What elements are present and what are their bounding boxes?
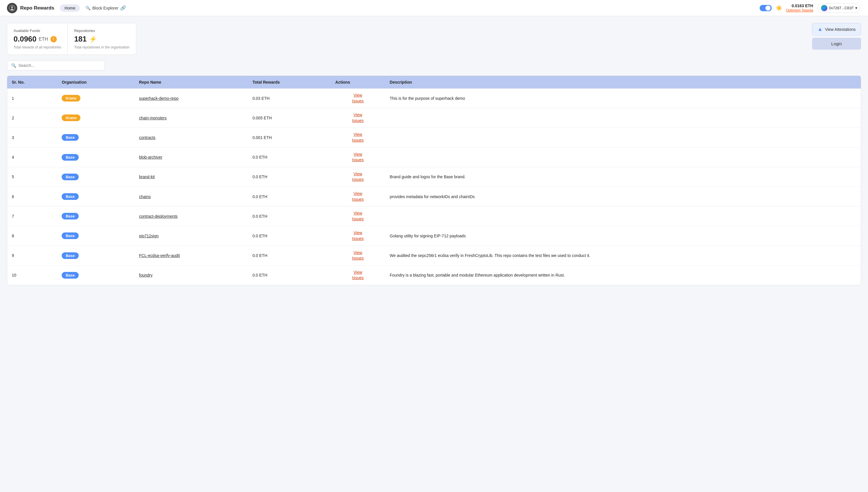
col-total-rewards: Total Rewards bbox=[248, 76, 331, 89]
view-attestations-label: View Attestations bbox=[825, 27, 856, 32]
cell-repo[interactable]: contracts bbox=[135, 128, 248, 147]
cell-actions[interactable]: ViewIssues bbox=[331, 206, 385, 226]
cell-actions[interactable]: ViewIssues bbox=[331, 108, 385, 128]
col-description: Description bbox=[385, 76, 861, 89]
available-funds-value: 0.0960 ETH ! bbox=[14, 34, 61, 44]
repo-link[interactable]: superhack-demo-repo bbox=[139, 96, 179, 101]
view-issues-link[interactable]: ViewIssues bbox=[335, 270, 380, 281]
cell-sr: 2 bbox=[7, 108, 57, 128]
nav-block-explorer[interactable]: 🔍 Block Explorer 🔗 bbox=[86, 5, 126, 11]
chevron-down-icon: ▾ bbox=[855, 6, 857, 10]
cell-org: Base bbox=[57, 226, 134, 246]
view-issues-link[interactable]: ViewIssues bbox=[335, 191, 380, 202]
cell-repo[interactable]: superhack-demo-repo bbox=[135, 89, 248, 108]
available-funds-card: Available Funds 0.0960 ETH ! Total rewar… bbox=[7, 23, 68, 55]
org-badge: Base bbox=[62, 134, 79, 141]
cell-repo[interactable]: FCL-ecdsa-verify-audit bbox=[135, 246, 248, 265]
view-issues-link[interactable]: ViewIssues bbox=[335, 132, 380, 143]
table-row: 8 Base eip712sign 0.0 ETH ViewIssues Gol… bbox=[7, 226, 861, 246]
cell-repo[interactable]: chains bbox=[135, 187, 248, 206]
cell-desc: Brand guide and logos for the Base brand… bbox=[385, 167, 861, 187]
table-row: 5 Base brand-kit 0.0 ETH ViewIssues Bran… bbox=[7, 167, 861, 187]
cell-repo[interactable]: eip712sign bbox=[135, 226, 248, 246]
table-row: 10 Base foundry 0.0 ETH ViewIssues Found… bbox=[7, 265, 861, 285]
search-bar[interactable]: 🔍 bbox=[7, 60, 105, 70]
col-organisation: Organisation bbox=[57, 76, 134, 89]
wallet-address: 0x7287...C81F bbox=[829, 6, 853, 10]
view-issues-link[interactable]: ViewIssues bbox=[335, 230, 380, 241]
logo-area: Repo Rewards bbox=[7, 3, 54, 13]
org-badge: Base bbox=[62, 193, 79, 200]
cell-repo[interactable]: chain-monsters bbox=[135, 108, 248, 128]
app-logo bbox=[7, 3, 17, 13]
triangle-icon: ▲ bbox=[818, 26, 823, 32]
org-badge: Base bbox=[62, 272, 79, 278]
view-issues-link[interactable]: ViewIssues bbox=[335, 211, 380, 222]
cell-actions[interactable]: ViewIssues bbox=[331, 167, 385, 187]
cell-repo[interactable]: blob-archiver bbox=[135, 147, 248, 167]
cell-repo[interactable]: brand-kit bbox=[135, 167, 248, 187]
view-attestations-button[interactable]: ▲ View Attestations bbox=[812, 23, 861, 35]
cell-desc bbox=[385, 128, 861, 147]
cell-repo[interactable]: foundry bbox=[135, 265, 248, 285]
cell-repo[interactable]: contract-deployments bbox=[135, 206, 248, 226]
cell-actions[interactable]: ViewIssues bbox=[331, 147, 385, 167]
org-badge: Base bbox=[62, 174, 79, 180]
table-row: 1 Krane superhack-demo-repo 0.03 ETH Vie… bbox=[7, 89, 861, 108]
cell-actions[interactable]: ViewIssues bbox=[331, 89, 385, 108]
search-input[interactable] bbox=[19, 63, 101, 68]
cell-actions[interactable]: ViewIssues bbox=[331, 187, 385, 206]
cell-rewards: 0.0 ETH bbox=[248, 265, 331, 285]
table-row: 3 Base contracts 0.001 ETH ViewIssues bbox=[7, 128, 861, 147]
cell-org: Base bbox=[57, 246, 134, 265]
login-button[interactable]: Login bbox=[812, 38, 861, 50]
explorer-icon: 🔗 bbox=[120, 5, 126, 11]
view-issues-link[interactable]: ViewIssues bbox=[335, 93, 380, 104]
repo-link[interactable]: foundry bbox=[139, 273, 153, 277]
cell-desc: provides metadata for networkIDs and cha… bbox=[385, 187, 861, 206]
available-funds-label: Available Funds bbox=[14, 28, 61, 33]
repo-link[interactable]: chains bbox=[139, 194, 151, 199]
repo-link[interactable]: FCL-ecdsa-verify-audit bbox=[139, 253, 180, 258]
repo-link[interactable]: brand-kit bbox=[139, 174, 155, 179]
wallet-button[interactable]: 0x7287...C81F ▾ bbox=[817, 3, 861, 13]
repo-link[interactable]: chain-monsters bbox=[139, 116, 167, 120]
repo-link[interactable]: blob-archiver bbox=[139, 155, 162, 159]
cell-actions[interactable]: ViewIssues bbox=[331, 246, 385, 265]
eth-amount: 0.0163 ETH bbox=[786, 3, 813, 8]
repo-link[interactable]: eip712sign bbox=[139, 233, 159, 238]
cards-row: Available Funds 0.0960 ETH ! Total rewar… bbox=[7, 23, 861, 55]
cell-org: Base bbox=[57, 147, 134, 167]
repo-link[interactable]: contract-deployments bbox=[139, 214, 178, 219]
col-sr-no: Sr. No. bbox=[7, 76, 57, 89]
col-actions: Actions bbox=[331, 76, 385, 89]
cell-actions[interactable]: ViewIssues bbox=[331, 128, 385, 147]
table-row: 9 Base FCL-ecdsa-verify-audit 0.0 ETH Vi… bbox=[7, 246, 861, 265]
nav-explorer-label: Block Explorer bbox=[92, 6, 118, 10]
view-issues-link[interactable]: ViewIssues bbox=[335, 171, 380, 182]
table-row: 7 Base contract-deployments 0.0 ETH View… bbox=[7, 206, 861, 226]
available-funds-number: 0.0960 bbox=[14, 34, 36, 44]
repo-table: Sr. No. Organisation Repo Name Total Rew… bbox=[7, 76, 861, 285]
nav-home[interactable]: Home bbox=[60, 4, 80, 12]
view-issues-link[interactable]: ViewIssues bbox=[335, 152, 380, 163]
cell-org: Base bbox=[57, 206, 134, 226]
repositories-label: Repositories bbox=[74, 28, 129, 33]
cell-rewards: 0.0 ETH bbox=[248, 147, 331, 167]
repositories-value: 181 ⚡ bbox=[74, 34, 129, 44]
view-issues-link[interactable]: ViewIssues bbox=[335, 112, 380, 123]
theme-toggle[interactable] bbox=[760, 5, 772, 11]
cell-desc bbox=[385, 147, 861, 167]
cell-sr: 4 bbox=[7, 147, 57, 167]
view-issues-link[interactable]: ViewIssues bbox=[335, 250, 380, 261]
table-row: 2 Krane chain-monsters 0.005 ETH ViewIss… bbox=[7, 108, 861, 128]
repo-link[interactable]: contracts bbox=[139, 135, 156, 140]
main-header: Repo Rewards Home 🔍 Block Explorer 🔗 ☀️ … bbox=[0, 0, 868, 16]
table-header-row: Sr. No. Organisation Repo Name Total Rew… bbox=[7, 76, 861, 89]
eth-network: Optimism Sepolia bbox=[786, 8, 813, 13]
cell-rewards: 0.001 ETH bbox=[248, 128, 331, 147]
cell-actions[interactable]: ViewIssues bbox=[331, 226, 385, 246]
cell-actions[interactable]: ViewIssues bbox=[331, 265, 385, 285]
app-title: Repo Rewards bbox=[20, 5, 54, 11]
main-content: Available Funds 0.0960 ETH ! Total rewar… bbox=[0, 16, 868, 285]
